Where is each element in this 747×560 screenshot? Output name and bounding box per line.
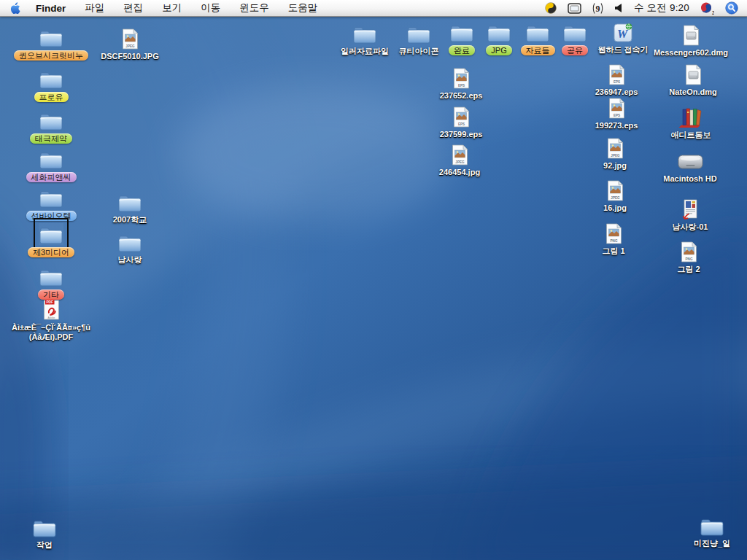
- desktop-icon-etc[interactable]: 기타: [10, 265, 92, 300]
- icon-label: 애디트돔보: [671, 131, 711, 140]
- icon-label: 프로유: [34, 92, 69, 102]
- folder-icon: [39, 109, 63, 131]
- icon-label: 236947.eps: [595, 88, 638, 97]
- desktop-icon-taegeuk-pharma[interactable]: 태극제약: [10, 109, 92, 144]
- menu-file[interactable]: 파일: [85, 1, 104, 15]
- icon-label: 태극제약: [30, 133, 72, 144]
- desktop-icon-work[interactable]: 작업: [4, 516, 85, 550]
- menu-view[interactable]: 보기: [162, 1, 182, 15]
- icon-label: 세화피앤씨: [26, 172, 77, 182]
- dmg-doc-icon: [683, 24, 700, 46]
- jpeg-doc-icon: JPEG: [607, 137, 624, 159]
- icon-label: 선바이오텍: [26, 211, 77, 221]
- desktop-icon-third-media[interactable]: 제3미디어: [10, 223, 92, 257]
- eps-doc-icon: EPS: [608, 97, 625, 119]
- icon-label: 그림 2: [677, 265, 700, 274]
- menu-go[interactable]: 이동: [201, 1, 220, 15]
- icon-label: Messenger602.dmg: [654, 48, 728, 58]
- dmg-doc-icon: [685, 63, 702, 85]
- svg-text:EPS: EPS: [613, 80, 619, 84]
- desktop-icon-edit-dombo[interactable]: 애디트돔보: [650, 106, 732, 140]
- books-icon: [678, 106, 703, 128]
- icon-label: 199273.eps: [595, 121, 638, 131]
- desktop-icon-macintosh-hd[interactable]: Macintosh HD: [649, 150, 731, 184]
- desktop-icon-eps-236947[interactable]: EPS236947.eps: [576, 63, 657, 97]
- volume-icon[interactable]: [614, 3, 623, 13]
- folder-icon: [39, 148, 63, 170]
- svg-text:JPEG: JPEG: [455, 160, 465, 164]
- menu-clock[interactable]: 수 오전 9:20: [634, 1, 689, 15]
- svg-text:PNG: PNG: [610, 239, 617, 243]
- icon-label: 그림 1: [602, 246, 624, 256]
- svg-text:PNG: PNG: [685, 257, 692, 261]
- eps-doc-icon: EPS: [453, 106, 470, 128]
- svg-text:EPS: EPS: [457, 122, 464, 126]
- spotlight-icon[interactable]: [725, 1, 738, 15]
- svg-text:PDF: PDF: [46, 300, 53, 304]
- icon-label: DSCF5010.JPG: [101, 52, 158, 61]
- folder-icon: [39, 187, 63, 209]
- icon-label: 퀸오브시크릿비누: [14, 50, 88, 61]
- icon-label: 남사랑-01: [673, 222, 708, 232]
- desktop-icon-jpg-92[interactable]: JPEG92.jpg: [574, 137, 656, 171]
- desktop-icon-mijinnyang-il[interactable]: 미진냥_일: [671, 515, 747, 548]
- desktop-icon-dscf5010[interactable]: JPEGDSCF5010.JPG: [89, 28, 171, 61]
- desktop-icon-eps-237652[interactable]: EPS237652.eps: [420, 67, 502, 101]
- desktop-icon-eps-237599[interactable]: EPS237599.eps: [420, 106, 502, 139]
- desktop-icon-eps-199273[interactable]: EPS199273.eps: [576, 97, 657, 131]
- jpeg-doc-icon: JPEG: [122, 28, 139, 50]
- korean-input-icon[interactable]: 2: [700, 1, 714, 15]
- icon-label: 2007학교: [113, 215, 147, 225]
- svg-text:W: W: [617, 28, 629, 40]
- icon-label: 제3미디어: [28, 247, 74, 257]
- harddisk-icon: [677, 150, 704, 172]
- eps-doc-icon: EPS: [453, 67, 470, 89]
- desktop-icon-school-2007[interactable]: 2007학교: [89, 191, 171, 225]
- folder-icon: [117, 231, 142, 253]
- folder-icon: [39, 68, 63, 90]
- desktop-icon-namsarang[interactable]: 남사랑: [89, 231, 171, 265]
- icon-label: Àì±æÈ¯–ÇÏ´ÃÃ¤»ç¶û (ÀåÆí).PDF: [6, 323, 96, 342]
- desktop-icon-sehwa-pnc[interactable]: 세화피앤씨: [10, 148, 92, 182]
- svg-text:JPEG: JPEG: [611, 196, 620, 200]
- svg-text:9: 9: [595, 3, 600, 13]
- icon-label: NateOn.dmg: [669, 88, 716, 97]
- desktop-icon-messenger-dmg[interactable]: Messenger602.dmg: [650, 24, 732, 58]
- desktop-icon-nateon-dmg[interactable]: NateOn.dmg: [652, 63, 734, 97]
- icon-label: Macintosh HD: [663, 174, 716, 184]
- app-menu-finder[interactable]: Finder: [36, 3, 66, 14]
- desktop-icon-queen-of-secret-soap[interactable]: 퀸오브시크릿비누: [10, 26, 92, 61]
- menu-edit[interactable]: 편집: [123, 1, 143, 15]
- desktop[interactable]: 퀸오브시크릿비누프로유태극제약세화피앤씨선바이오텍제3미디어기타PDFAdobe…: [0, 0, 747, 560]
- svg-text:JPEG: JPEG: [611, 154, 620, 158]
- svg-text:Adobe: Adobe: [47, 316, 55, 319]
- apple-menu-icon[interactable]: [10, 1, 21, 15]
- icon-label: 남사랑: [118, 255, 142, 265]
- menu-window[interactable]: 윈도우: [239, 1, 269, 15]
- desktop-icon-pic-2[interactable]: PNG그림 2: [648, 241, 729, 274]
- svg-text:JPEG: JPEG: [125, 44, 135, 48]
- icon-label: 기타: [38, 289, 64, 300]
- icon-label: 92.jpg: [603, 161, 627, 171]
- png-doc-icon: PNG: [605, 222, 622, 244]
- menu-help[interactable]: 도움말: [288, 1, 318, 15]
- menu-bar: Finder 파일 편집 보기 이동 윈도우 도움말 9: [0, 0, 747, 17]
- desktop-icon-pic-1[interactable]: PNG그림 1: [573, 222, 654, 256]
- classic-environment-icon[interactable]: 9: [592, 2, 603, 15]
- desktop-icon-pdf-file[interactable]: PDFAdobeÀì±æÈ¯–ÇÏ´ÃÃ¤»ç¶û (ÀåÆí).PDF: [10, 299, 92, 342]
- icon-label: 작업: [36, 540, 53, 550]
- desktop-icon-namsarang-01[interactable]: 남사랑-01: [649, 198, 731, 232]
- norton-antivirus-icon[interactable]: [545, 2, 557, 14]
- desktop-icon-jpg-16[interactable]: JPEG16.jpg: [574, 179, 656, 213]
- folder-icon: [32, 516, 57, 538]
- png-doc-icon: PNG: [681, 241, 697, 262]
- pdf-icon: PDFAdobe: [42, 299, 61, 321]
- desktop-icon-sunbiotech[interactable]: 선바이오텍: [10, 187, 92, 221]
- desktop-icon-jpg-246454[interactable]: JPEG246454.jpg: [419, 144, 500, 177]
- desktop-icon-proyou[interactable]: 프로유: [10, 68, 92, 102]
- webhard-icon: W: [612, 21, 634, 43]
- icon-label: 미진냥_일: [694, 539, 730, 548]
- displays-icon[interactable]: [568, 3, 581, 14]
- svg-text:EPS: EPS: [457, 84, 464, 88]
- jpeg-doc-icon: JPEG: [607, 179, 624, 201]
